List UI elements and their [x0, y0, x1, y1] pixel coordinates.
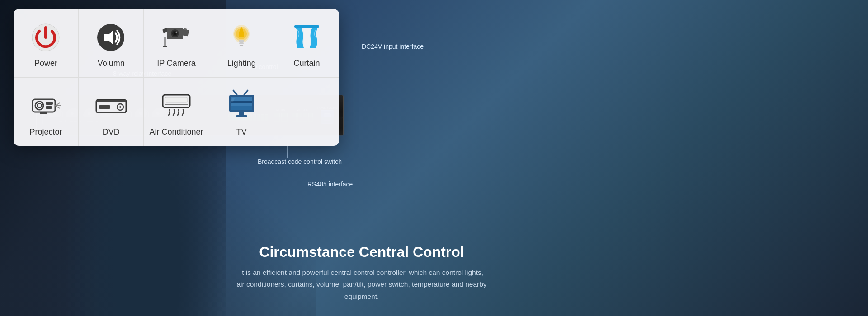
- tv-item[interactable]: TV: [209, 78, 274, 146]
- ac-label: Air Conditioner: [149, 127, 203, 137]
- svg-rect-42: [231, 101, 252, 103]
- projector-label: Projector: [30, 127, 62, 137]
- svg-rect-32: [99, 105, 110, 109]
- projector-icon: [30, 94, 62, 119]
- lighting-item[interactable]: Lighting: [209, 9, 274, 77]
- volume-label: Volumn: [98, 59, 125, 68]
- lighting-icon: [229, 23, 254, 52]
- dvd-icon: [95, 97, 127, 115]
- dvd-item[interactable]: DVD: [79, 78, 144, 146]
- svg-rect-43: [231, 103, 252, 106]
- svg-rect-16: [239, 40, 244, 42]
- svg-rect-37: [165, 97, 188, 102]
- svg-rect-20: [304, 28, 310, 48]
- svg-rect-29: [40, 112, 47, 114]
- ipcamera-item[interactable]: IP Camera: [144, 9, 209, 77]
- svg-rect-12: [163, 46, 167, 47]
- svg-rect-48: [236, 115, 247, 117]
- svg-rect-25: [46, 106, 52, 109]
- svg-point-8: [176, 32, 177, 33]
- curtain-item[interactable]: Curtain: [274, 9, 339, 77]
- svg-line-46: [244, 90, 248, 95]
- tv-icon: [227, 93, 256, 120]
- tv-icon-wrap: [226, 90, 257, 122]
- curtain-icon: [292, 23, 321, 52]
- panel-row-1: Power Volumn: [14, 9, 339, 78]
- dvd-icon-wrap: [95, 90, 127, 122]
- volume-icon-wrap: [95, 22, 127, 53]
- power-label: Power: [34, 59, 57, 68]
- main-title: Circumstance Central Control: [231, 244, 493, 260]
- svg-point-22: [35, 102, 43, 110]
- projector-icon-wrap: [30, 90, 62, 122]
- camera-icon-wrap: [160, 22, 192, 53]
- curtain-icon-wrap: [291, 22, 322, 53]
- svg-rect-44: [231, 106, 252, 110]
- tv-label: TV: [236, 127, 247, 137]
- ac-icon: [160, 93, 192, 120]
- curtain-label: Curtain: [293, 59, 320, 68]
- airconditioner-item[interactable]: Air Conditioner: [144, 78, 209, 146]
- dvd-label: DVD: [103, 127, 120, 137]
- svg-rect-18: [240, 45, 243, 46]
- description: It is an efficient and powerful central …: [231, 267, 493, 302]
- svg-rect-47: [239, 112, 244, 116]
- volume-icon: [96, 23, 126, 52]
- ipcamera-label: IP Camera: [157, 59, 196, 68]
- svg-point-34: [119, 106, 121, 108]
- control-panel: Power Volumn: [14, 9, 339, 146]
- projector-item[interactable]: Projector: [14, 78, 79, 146]
- power-icon: [31, 23, 61, 52]
- svg-line-45: [233, 90, 237, 95]
- lighting-label: Lighting: [227, 59, 256, 68]
- volume-item[interactable]: Volumn: [79, 9, 144, 77]
- svg-point-23: [37, 103, 42, 108]
- panel-row-2: Projector DVD: [14, 78, 339, 146]
- svg-rect-19: [294, 25, 319, 28]
- power-icon-wrap: [30, 22, 62, 53]
- ac-icon-wrap: [160, 90, 192, 122]
- camera-icon: [160, 24, 192, 51]
- power-item[interactable]: Power: [14, 9, 79, 77]
- svg-rect-17: [239, 42, 244, 44]
- lighting-icon-wrap: [226, 22, 257, 53]
- svg-rect-24: [46, 102, 53, 105]
- text-section: Circumstance Central Control It is an ef…: [231, 244, 493, 302]
- svg-rect-31: [96, 100, 126, 102]
